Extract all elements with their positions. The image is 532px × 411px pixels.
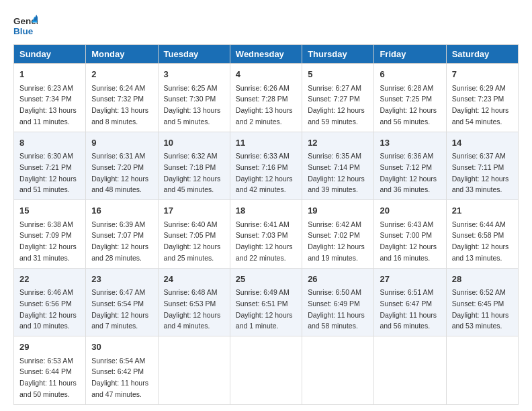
sunrise: Sunrise: 6:24 AMSunset: 7:32 PMDaylight:… bbox=[91, 84, 148, 126]
day-number: 11 bbox=[236, 136, 296, 150]
calendar-cell: 10Sunrise: 6:32 AMSunset: 7:18 PMDayligh… bbox=[158, 132, 230, 200]
day-number: 5 bbox=[308, 68, 368, 81]
sunrise: Sunrise: 6:46 AMSunset: 6:56 PMDaylight:… bbox=[19, 288, 77, 330]
day-number: 1 bbox=[19, 68, 80, 81]
calendar-cell: 28Sunrise: 6:52 AMSunset: 6:45 PMDayligh… bbox=[446, 268, 518, 336]
calendar-cell: 11Sunrise: 6:33 AMSunset: 7:16 PMDayligh… bbox=[230, 132, 302, 200]
sunrise: Sunrise: 6:41 AMSunset: 7:03 PMDaylight:… bbox=[236, 220, 293, 262]
calendar-cell: 7Sunrise: 6:29 AMSunset: 7:23 PMDaylight… bbox=[446, 64, 518, 132]
calendar-cell: 3Sunrise: 6:25 AMSunset: 7:30 PMDaylight… bbox=[158, 64, 230, 132]
sunrise: Sunrise: 6:25 AMSunset: 7:30 PMDaylight:… bbox=[164, 84, 221, 126]
calendar-header: SundayMondayTuesdayWednesdayThursdayFrid… bbox=[14, 45, 519, 64]
calendar-week-5: 29Sunrise: 6:53 AMSunset: 6:44 PMDayligh… bbox=[14, 336, 519, 405]
calendar-cell: 19Sunrise: 6:42 AMSunset: 7:02 PMDayligh… bbox=[302, 200, 374, 269]
svg-text:Blue: Blue bbox=[13, 26, 34, 36]
day-number: 13 bbox=[380, 136, 440, 150]
sunrise: Sunrise: 6:48 AMSunset: 6:53 PMDaylight:… bbox=[164, 288, 221, 330]
sunrise: Sunrise: 6:37 AMSunset: 7:11 PMDaylight:… bbox=[452, 152, 509, 193]
calendar-cell: 16Sunrise: 6:39 AMSunset: 7:07 PMDayligh… bbox=[86, 200, 158, 269]
calendar-cell bbox=[446, 336, 518, 405]
day-number: 17 bbox=[164, 204, 224, 218]
calendar-cell bbox=[302, 336, 374, 405]
calendar-cell: 15Sunrise: 6:38 AMSunset: 7:09 PMDayligh… bbox=[14, 200, 86, 269]
sunrise: Sunrise: 6:31 AMSunset: 7:20 PMDaylight:… bbox=[91, 152, 148, 193]
calendar-cell: 12Sunrise: 6:35 AMSunset: 7:14 PMDayligh… bbox=[302, 132, 374, 200]
calendar-cell: 14Sunrise: 6:37 AMSunset: 7:11 PMDayligh… bbox=[446, 132, 518, 200]
calendar-cell bbox=[374, 336, 446, 405]
calendar-cell: 30Sunrise: 6:54 AMSunset: 6:42 PMDayligh… bbox=[86, 336, 158, 405]
header-cell-wednesday: Wednesday bbox=[230, 45, 302, 64]
calendar-cell: 1Sunrise: 6:23 AMSunset: 7:34 PMDaylight… bbox=[14, 64, 86, 132]
day-number: 18 bbox=[236, 204, 296, 218]
sunrise: Sunrise: 6:54 AMSunset: 6:42 PMDaylight:… bbox=[91, 357, 148, 398]
day-number: 22 bbox=[19, 273, 80, 286]
sunrise: Sunrise: 6:29 AMSunset: 7:23 PMDaylight:… bbox=[452, 84, 509, 126]
calendar-cell: 22Sunrise: 6:46 AMSunset: 6:56 PMDayligh… bbox=[14, 268, 86, 336]
calendar-cell: 18Sunrise: 6:41 AMSunset: 7:03 PMDayligh… bbox=[230, 200, 302, 269]
sunrise: Sunrise: 6:38 AMSunset: 7:09 PMDaylight:… bbox=[19, 220, 77, 262]
calendar-cell: 24Sunrise: 6:48 AMSunset: 6:53 PMDayligh… bbox=[158, 268, 230, 336]
header-cell-friday: Friday bbox=[374, 45, 446, 64]
calendar-cell: 26Sunrise: 6:50 AMSunset: 6:49 PMDayligh… bbox=[302, 268, 374, 336]
day-number: 21 bbox=[452, 204, 513, 218]
day-number: 7 bbox=[452, 68, 513, 81]
sunrise: Sunrise: 6:44 AMSunset: 6:58 PMDaylight:… bbox=[452, 220, 509, 262]
calendar-cell: 8Sunrise: 6:30 AMSunset: 7:21 PMDaylight… bbox=[14, 132, 86, 200]
header-cell-thursday: Thursday bbox=[302, 45, 374, 64]
day-number: 8 bbox=[19, 136, 80, 150]
calendar-cell: 23Sunrise: 6:47 AMSunset: 6:54 PMDayligh… bbox=[86, 268, 158, 336]
sunrise: Sunrise: 6:30 AMSunset: 7:21 PMDaylight:… bbox=[19, 152, 77, 193]
day-number: 2 bbox=[91, 68, 152, 81]
logo: General Blue bbox=[13, 13, 38, 38]
day-number: 30 bbox=[91, 340, 152, 354]
calendar-week-3: 15Sunrise: 6:38 AMSunset: 7:09 PMDayligh… bbox=[14, 200, 519, 269]
calendar-cell: 20Sunrise: 6:43 AMSunset: 7:00 PMDayligh… bbox=[374, 200, 446, 269]
day-number: 4 bbox=[236, 68, 296, 81]
day-number: 28 bbox=[452, 273, 513, 286]
sunrise: Sunrise: 6:40 AMSunset: 7:05 PMDaylight:… bbox=[164, 220, 221, 262]
day-number: 29 bbox=[19, 340, 80, 354]
calendar-cell: 9Sunrise: 6:31 AMSunset: 7:20 PMDaylight… bbox=[86, 132, 158, 200]
calendar-cell: 27Sunrise: 6:51 AMSunset: 6:47 PMDayligh… bbox=[374, 268, 446, 336]
sunrise: Sunrise: 6:43 AMSunset: 7:00 PMDaylight:… bbox=[380, 220, 437, 262]
day-number: 10 bbox=[164, 136, 224, 150]
day-number: 14 bbox=[452, 136, 513, 150]
sunrise: Sunrise: 6:42 AMSunset: 7:02 PMDaylight:… bbox=[308, 220, 365, 262]
day-number: 15 bbox=[19, 204, 80, 218]
sunrise: Sunrise: 6:47 AMSunset: 6:54 PMDaylight:… bbox=[91, 288, 148, 330]
day-number: 26 bbox=[308, 273, 368, 286]
calendar-cell: 17Sunrise: 6:40 AMSunset: 7:05 PMDayligh… bbox=[158, 200, 230, 269]
sunrise: Sunrise: 6:53 AMSunset: 6:44 PMDaylight:… bbox=[19, 357, 77, 398]
header-cell-tuesday: Tuesday bbox=[158, 45, 230, 64]
calendar-cell: 13Sunrise: 6:36 AMSunset: 7:12 PMDayligh… bbox=[374, 132, 446, 200]
calendar-cell bbox=[158, 336, 230, 405]
header-cell-monday: Monday bbox=[86, 45, 158, 64]
day-number: 6 bbox=[380, 68, 440, 81]
calendar-body: 1Sunrise: 6:23 AMSunset: 7:34 PMDaylight… bbox=[14, 64, 519, 405]
day-number: 19 bbox=[308, 204, 368, 218]
sunrise: Sunrise: 6:28 AMSunset: 7:25 PMDaylight:… bbox=[380, 84, 437, 126]
calendar-cell: 25Sunrise: 6:49 AMSunset: 6:51 PMDayligh… bbox=[230, 268, 302, 336]
day-number: 3 bbox=[164, 68, 224, 81]
day-number: 20 bbox=[380, 204, 440, 218]
sunrise: Sunrise: 6:39 AMSunset: 7:07 PMDaylight:… bbox=[91, 220, 148, 262]
sunrise: Sunrise: 6:50 AMSunset: 6:49 PMDaylight:… bbox=[308, 288, 365, 330]
logo-icon: General Blue bbox=[13, 13, 38, 38]
day-number: 16 bbox=[91, 204, 152, 218]
calendar-week-4: 22Sunrise: 6:46 AMSunset: 6:56 PMDayligh… bbox=[14, 268, 519, 336]
sunrise: Sunrise: 6:23 AMSunset: 7:34 PMDaylight:… bbox=[19, 84, 77, 126]
header-row: SundayMondayTuesdayWednesdayThursdayFrid… bbox=[14, 45, 519, 64]
header-cell-saturday: Saturday bbox=[446, 45, 518, 64]
calendar-cell bbox=[230, 336, 302, 405]
day-number: 23 bbox=[91, 273, 152, 286]
page-header: General Blue bbox=[13, 13, 519, 38]
day-number: 27 bbox=[380, 273, 440, 286]
sunrise: Sunrise: 6:27 AMSunset: 7:27 PMDaylight:… bbox=[308, 84, 365, 126]
sunrise: Sunrise: 6:49 AMSunset: 6:51 PMDaylight:… bbox=[236, 288, 293, 330]
calendar-cell: 2Sunrise: 6:24 AMSunset: 7:32 PMDaylight… bbox=[86, 64, 158, 132]
day-number: 25 bbox=[236, 273, 296, 286]
day-number: 9 bbox=[91, 136, 152, 150]
calendar-cell: 21Sunrise: 6:44 AMSunset: 6:58 PMDayligh… bbox=[446, 200, 518, 269]
calendar-cell: 5Sunrise: 6:27 AMSunset: 7:27 PMDaylight… bbox=[302, 64, 374, 132]
day-number: 12 bbox=[308, 136, 368, 150]
